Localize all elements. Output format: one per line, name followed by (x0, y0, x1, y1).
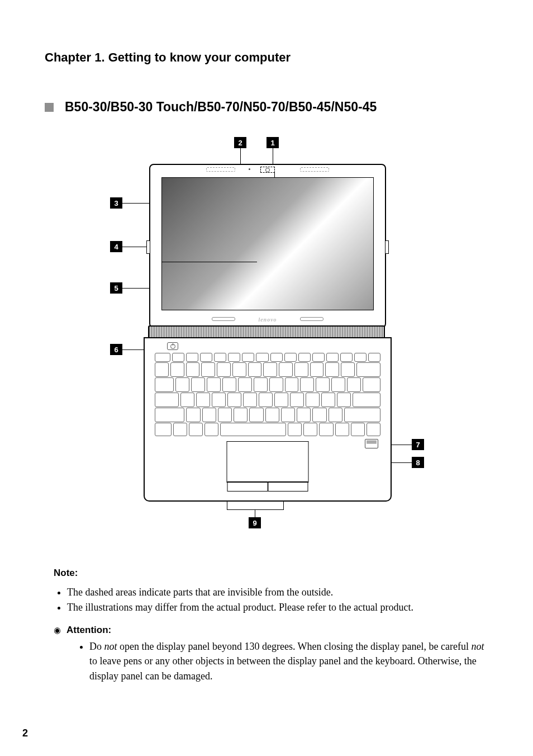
callout-3: 3 (110, 197, 122, 209)
callout-4: 4 (110, 241, 122, 252)
touchpad-buttons-icon (227, 481, 308, 492)
callout-1: 1 (266, 137, 279, 148)
subheading-bullet-icon (45, 103, 54, 112)
laptop-deck (144, 337, 392, 502)
callout-6: 6 (110, 344, 122, 355)
power-glyph-icon (170, 344, 175, 349)
attention-body: Do not open the display panel beyond 130… (78, 639, 488, 683)
display-lid: lenovo (149, 164, 386, 328)
callout-9: 9 (249, 517, 261, 528)
attention-icon: ◉ (54, 626, 61, 635)
callout-2: 2 (234, 137, 246, 148)
brand-logo: lenovo (150, 316, 385, 323)
attention-item: Do not open the display panel beyond 130… (89, 639, 488, 683)
note-title: Note: (54, 568, 479, 579)
display-screen (161, 177, 374, 310)
leader-line (122, 203, 150, 204)
figure-container: 2 1 3 4 5 6 7 8 9 (45, 137, 488, 528)
note-item: The illustrations may differ from the ac… (67, 601, 479, 615)
callout-5: 5 (110, 282, 122, 294)
subheading-text: B50-30/B50-30 Touch/B50-70/N50-70/B50-45… (65, 100, 377, 115)
fingerprint-reader-icon (365, 439, 378, 448)
note-list: The dashed areas indicate parts that are… (67, 585, 479, 615)
wlan-antenna-right-icon (300, 167, 329, 172)
wlan-antenna-left-icon (206, 167, 235, 172)
callout-8: 8 (412, 457, 424, 468)
touchpad-icon (227, 441, 309, 483)
microphone-icon (249, 168, 250, 170)
callout-7: 7 (412, 439, 424, 450)
attention-title: Attention: (66, 625, 111, 636)
note-item: The dashed areas indicate parts that are… (67, 585, 479, 599)
note-block: Note: The dashed areas indicate parts th… (54, 568, 479, 615)
laptop-diagram: 2 1 3 4 5 6 7 8 9 (93, 137, 440, 528)
leader-line (255, 509, 255, 517)
subheading-row: B50-30/B50-30 Touch/B50-70/N50-70/B50-45… (45, 100, 488, 115)
lid-latch-left (146, 240, 150, 254)
leader-line (122, 247, 149, 247)
camera-lens-icon (265, 168, 270, 172)
chapter-title: Chapter 1. Getting to know your computer (45, 50, 488, 65)
page-number: 2 (22, 727, 28, 739)
power-button-icon (167, 342, 178, 350)
leader-line (162, 262, 257, 262)
attention-header: ◉ Attention: (54, 625, 488, 636)
keyboard-icon (155, 353, 380, 437)
lid-latch-right (385, 240, 389, 254)
leader-line (227, 509, 284, 510)
